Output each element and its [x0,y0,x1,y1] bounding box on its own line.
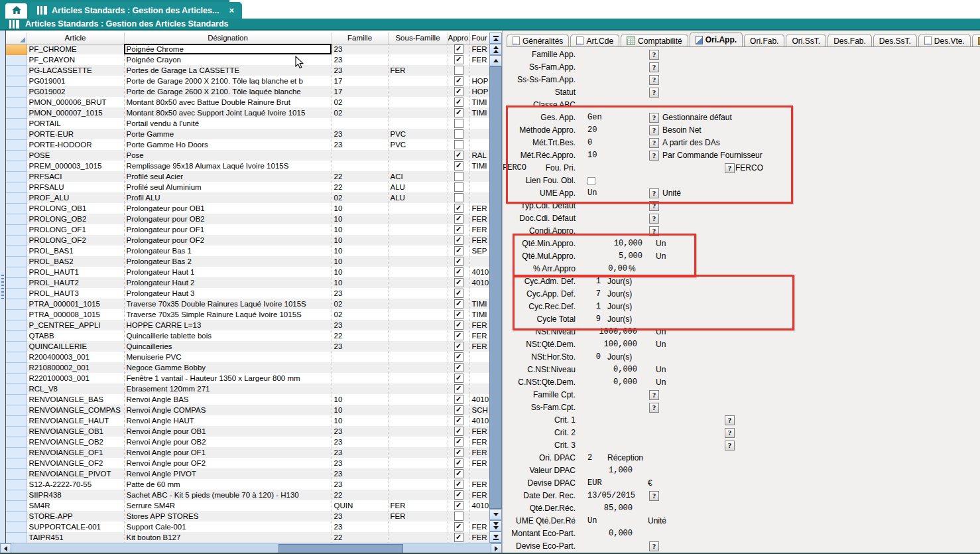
appro-checkbox[interactable]: ✓ [454,161,463,171]
cell-article[interactable]: RENVOIANGLE_HAUT [27,415,124,426]
cell-designation[interactable]: Kit bouton B127 [124,532,332,543]
row-selector[interactable] [6,214,27,224]
tab-stock[interactable]: Stock [972,34,980,47]
cell-famille[interactable]: 22 [332,182,388,192]
cell-appro[interactable]: ✓ [448,256,469,267]
cell-article[interactable]: STORE-APP [27,511,124,521]
cell-fournisseur[interactable]: 4010 [469,267,489,277]
cell-fournisseur[interactable] [469,256,489,267]
lookup-button[interactable]: ? [649,403,659,413]
row-selector[interactable] [6,139,27,150]
cell-designation[interactable]: Prolongateur pour OF1 [124,224,332,235]
cell-designation[interactable]: Renvoi Angle pour OF2 [124,458,332,468]
cell-sous-famille[interactable] [388,256,448,267]
cell-appro[interactable]: ✓ [448,521,469,532]
appro-checkbox[interactable]: ✓ [454,522,463,531]
cell-famille[interactable]: 23 [332,458,388,468]
cell-famille[interactable]: 17 [332,76,388,86]
field-value[interactable]: 0 [587,137,592,149]
cell-appro[interactable] [448,192,469,203]
table-row[interactable]: QUINCAILLERIE Quincailleries 23 ✓ FER [6,341,489,352]
table-row[interactable]: PORTAIL Portail vendu à l'unité [6,118,489,129]
cell-appro[interactable]: ✓ [448,373,469,383]
cell-sous-famille[interactable] [388,458,448,468]
field-value[interactable]: Un [587,515,597,527]
cell-article[interactable]: TAIPR451 [27,532,124,543]
cell-famille[interactable]: 02 [332,97,388,107]
appro-checkbox[interactable]: ✓ [454,448,463,457]
cell-designation[interactable]: Prolongateur pour OB1 [124,203,332,214]
cell-article[interactable]: RENVOIANGLE_OF2 [27,458,124,468]
cell-designation[interactable]: Quincaillerie tablette bois [124,330,332,341]
cell-designation[interactable]: Montant 80x50 avec Support Joint Laqué I… [124,107,332,118]
cell-designation[interactable]: Porte Gamme [124,129,332,139]
appro-checkbox[interactable]: ✓ [454,363,463,372]
field-checkbox[interactable] [587,177,595,185]
cell-fournisseur[interactable] [469,373,489,383]
cell-famille[interactable]: 10 [332,203,388,214]
lookup-button[interactable]: ? [649,188,659,198]
cell-sous-famille[interactable] [388,161,448,171]
table-row[interactable]: R210800002_001 Negoce Gamme Bobby ✓ [6,362,489,373]
cell-designation[interactable]: Prolongateur Bas 1 [124,245,332,256]
cell-designation[interactable]: Renvoi Angle BAS [124,394,332,405]
cell-famille[interactable]: 23 [332,44,388,54]
cell-appro[interactable]: ✓ [448,224,469,235]
table-row[interactable]: PROL_BAS1 Prolongateur Bas 1 10 ✓ SEP [6,245,489,256]
cell-fournisseur[interactable]: HOP [469,86,489,97]
cell-fournisseur[interactable] [469,352,489,362]
appro-checkbox[interactable] [454,512,463,521]
appro-checkbox[interactable]: ✓ [454,405,463,415]
cell-sous-famille[interactable]: PVC [388,139,448,150]
cell-fournisseur[interactable] [469,129,489,139]
cell-article[interactable]: PROLONG_OF1 [27,224,124,235]
cell-sous-famille[interactable] [388,309,448,320]
cell-appro[interactable]: ✓ [448,203,469,214]
cell-article[interactable]: PROLONG_OB2 [27,214,124,224]
cell-famille[interactable]: 10 [332,245,388,256]
appro-checkbox[interactable]: ✓ [454,342,463,351]
cell-article[interactable]: S12-A-2222-70-55 [27,479,124,490]
cell-famille[interactable] [332,383,388,394]
vscroll-thumb[interactable] [489,66,502,509]
cell-sous-famille[interactable] [388,224,448,235]
cell-sous-famille[interactable] [388,107,448,118]
cell-fournisseur[interactable]: SEP [469,245,489,256]
column-header-designation[interactable]: Désignation [124,33,332,44]
cell-designation[interactable]: Renvoi Angle PIVOT [124,468,332,479]
lookup-button[interactable]: ? [649,390,659,400]
cell-sous-famille[interactable] [388,479,448,490]
cell-fournisseur[interactable] [469,139,489,150]
cell-article[interactable]: P_CENTREE_APPLI [27,320,124,330]
cell-famille[interactable]: 22 [332,171,388,182]
vscroll-top-button[interactable] [489,33,502,44]
cell-fournisseur[interactable] [469,192,489,203]
table-row[interactable]: RENVOIANGLE_OB1 Renvoi Angle pour OB1 23… [6,426,489,437]
row-selector[interactable] [6,458,27,468]
cell-fournisseur[interactable] [469,362,489,373]
cell-article[interactable]: PROL_HAUT2 [27,277,124,288]
cell-appro[interactable]: ✓ [448,405,469,415]
cell-fournisseur[interactable]: FER [469,320,489,330]
cell-appro[interactable] [448,129,469,139]
cell-fournisseur[interactable]: 4010 [469,500,489,511]
field-value[interactable]: Gen [587,111,602,124]
document-tab[interactable]: Articles Standards : Gestion des Article… [29,2,242,19]
row-selector[interactable] [6,320,27,330]
cell-article[interactable]: PORTE-EUR [27,129,124,139]
field-value[interactable]: 2 [587,452,592,464]
cell-fournisseur[interactable] [469,118,489,129]
cell-sous-famille[interactable] [388,373,448,383]
cell-sous-famille[interactable] [388,405,448,415]
cell-appro[interactable]: ✓ [448,426,469,437]
field-value[interactable]: 0,000 [587,376,637,389]
table-row[interactable]: RENVOIANGLE_COMPAS Renvoi Angle COMPAS 1… [6,405,489,415]
lookup-button[interactable]: ? [725,415,735,425]
cell-fournisseur[interactable]: FER [469,447,489,458]
cell-sous-famille[interactable] [388,267,448,277]
field-value[interactable]: 0,00 [587,263,627,275]
row-selector[interactable] [6,532,27,543]
cell-designation[interactable]: Negoce Gamme Bobby [124,362,332,373]
row-selector[interactable] [6,118,27,129]
cell-designation[interactable]: Prolongateur Haut 1 [124,267,332,277]
